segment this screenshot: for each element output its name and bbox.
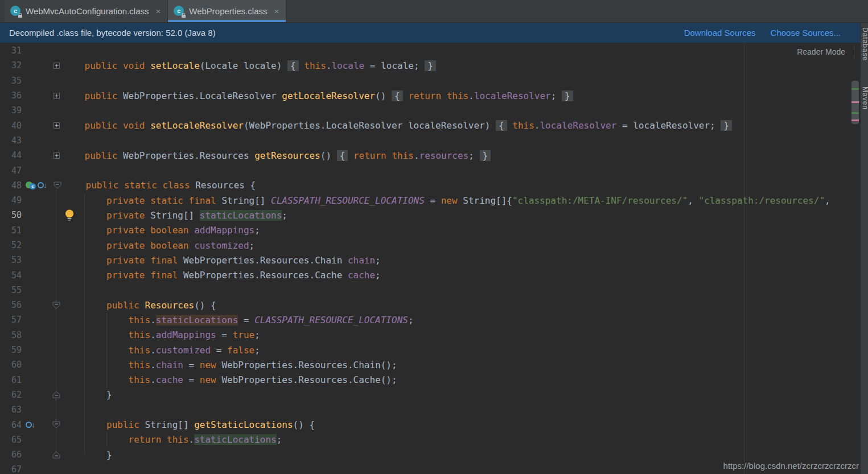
fold-marker-icon[interactable] bbox=[50, 421, 63, 428]
fold-marker-icon[interactable] bbox=[50, 302, 63, 309]
download-sources-link[interactable]: Download Sources bbox=[684, 28, 756, 38]
code-text[interactable]: this.chain = new WebProperties.Resources… bbox=[63, 360, 860, 370]
lock-badge-icon bbox=[18, 13, 22, 18]
code-text[interactable]: this.staticLocations = CLASSPATH_RESOURC… bbox=[63, 315, 860, 325]
code-line[interactable]: 55 bbox=[0, 283, 860, 298]
gutter-icons: ↓ bbox=[24, 421, 50, 430]
line-number: 32 bbox=[0, 60, 24, 71]
line-number: 62 bbox=[0, 390, 24, 400]
code-line[interactable]: 65 return this.staticLocations; bbox=[0, 432, 860, 447]
tool-window-button-database[interactable]: Database bbox=[861, 27, 868, 61]
code-text[interactable]: private final WebProperties.Resources.Ch… bbox=[63, 255, 860, 266]
code-text[interactable]: public static class Resources { bbox=[64, 180, 860, 191]
banner-message: Decompiled .class file, bytecode version… bbox=[9, 28, 684, 38]
code-editor[interactable]: 3132 public void setLocale(Locale locale… bbox=[0, 43, 860, 474]
choose-sources-link[interactable]: Choose Sources... bbox=[771, 28, 841, 38]
fold-marker-icon[interactable] bbox=[50, 391, 63, 398]
line-number: 61 bbox=[0, 375, 24, 385]
code-line[interactable]: 61 this.cache = new WebProperties.Resour… bbox=[0, 373, 860, 388]
right-tool-window-bar: Database Maven bbox=[860, 23, 868, 474]
line-number: 48 bbox=[0, 180, 24, 191]
code-line[interactable]: 35 bbox=[0, 73, 860, 88]
tool-window-button-maven[interactable]: Maven bbox=[861, 86, 868, 110]
code-lines: 3132 public void setLocale(Locale locale… bbox=[0, 43, 860, 474]
code-line[interactable]: 56 public Resources() { bbox=[0, 298, 860, 312]
line-number: 63 bbox=[0, 405, 24, 415]
lock-badge-icon bbox=[182, 13, 186, 18]
overridden-marker-icon[interactable]: ↓ bbox=[38, 181, 51, 190]
intention-bulb-icon[interactable] bbox=[65, 209, 74, 221]
line-number: 55 bbox=[0, 285, 24, 295]
code-line[interactable]: 36 public WebProperties.LocaleResolver g… bbox=[0, 88, 860, 103]
code-line[interactable]: 50 private String[] staticLocations; bbox=[0, 208, 860, 222]
code-line[interactable]: 63 bbox=[0, 402, 860, 417]
class-file-icon: c bbox=[10, 6, 21, 17]
scroll-mark-pink bbox=[851, 101, 859, 103]
line-number: 54 bbox=[0, 270, 24, 281]
code-text[interactable]: private boolean customized; bbox=[63, 240, 860, 251]
code-text[interactable]: private static final String[] CLASSPATH_… bbox=[63, 195, 860, 206]
code-line[interactable]: 54 private final WebProperties.Resources… bbox=[0, 267, 860, 282]
code-line[interactable]: 64↓ public String[] getStaticLocations()… bbox=[0, 417, 860, 432]
code-text[interactable]: } bbox=[63, 450, 860, 460]
code-text[interactable]: private String[] staticLocations; bbox=[63, 210, 860, 221]
code-line[interactable]: 31 bbox=[0, 43, 860, 58]
code-text[interactable]: } bbox=[63, 389, 860, 400]
line-number: 53 bbox=[0, 255, 24, 265]
code-line[interactable]: 47 bbox=[0, 163, 860, 178]
scroll-mark-green bbox=[851, 88, 859, 90]
fold-marker-icon[interactable] bbox=[50, 122, 63, 129]
code-line[interactable]: 62 } bbox=[0, 388, 860, 402]
code-line[interactable]: 39 bbox=[0, 103, 860, 118]
line-number: 65 bbox=[0, 435, 24, 445]
fold-marker-icon[interactable] bbox=[50, 63, 63, 69]
fold-marker-icon[interactable] bbox=[50, 93, 63, 99]
line-number: 66 bbox=[0, 450, 24, 460]
code-line[interactable]: 58 this.addMappings = true; bbox=[0, 328, 860, 343]
scroll-mark-pink bbox=[851, 119, 859, 121]
tab-close-icon[interactable]: × bbox=[156, 6, 161, 16]
code-line[interactable]: 53 private final WebProperties.Resources… bbox=[0, 253, 860, 267]
code-line[interactable]: 66 } bbox=[0, 447, 860, 462]
code-line[interactable]: 52 private boolean customized; bbox=[0, 238, 860, 253]
code-text[interactable]: this.addMappings = true; bbox=[63, 329, 860, 340]
fold-marker-icon[interactable] bbox=[50, 451, 63, 459]
code-line[interactable]: 40 public void setLocaleResolver(WebProp… bbox=[0, 118, 860, 133]
code-line[interactable]: 49 private static final String[] CLASSPA… bbox=[0, 193, 860, 208]
tab-label: WebProperties.class bbox=[189, 6, 267, 16]
code-line[interactable]: 48c↓ public static class Resources { bbox=[0, 178, 860, 193]
code-line[interactable]: 57 this.staticLocations = CLASSPATH_RESO… bbox=[0, 312, 860, 327]
fold-marker-icon[interactable] bbox=[50, 152, 63, 159]
line-number: 44 bbox=[0, 150, 24, 160]
code-line[interactable]: 44 public WebProperties.Resources getRes… bbox=[0, 148, 860, 163]
code-text[interactable]: this.cache = new WebProperties.Resources… bbox=[63, 374, 860, 385]
editor-scrollbar[interactable] bbox=[851, 43, 859, 474]
code-text[interactable]: this.customized = false; bbox=[63, 345, 860, 356]
code-text[interactable]: private final WebProperties.Resources.Ca… bbox=[63, 270, 860, 281]
editor-tab[interactable]: cWebProperties.class× bbox=[168, 0, 286, 22]
code-line[interactable]: 32 public void setLocale(Locale locale) … bbox=[0, 58, 860, 73]
code-line[interactable]: 51 private boolean addMappings; bbox=[0, 223, 860, 238]
code-text[interactable]: return this.staticLocations; bbox=[63, 434, 860, 445]
code-text[interactable]: public void setLocaleResolver(WebPropert… bbox=[63, 120, 860, 131]
line-number: 43 bbox=[0, 135, 24, 146]
overridden-marker-icon[interactable]: ↓ bbox=[26, 421, 39, 430]
code-text[interactable]: public String[] getStaticLocations() { bbox=[63, 419, 860, 430]
line-number: 50 bbox=[0, 210, 24, 220]
tab-label: WebMvcAutoConfiguration.class bbox=[26, 6, 149, 16]
line-number: 57 bbox=[0, 315, 24, 325]
code-text[interactable]: public WebProperties.Resources getResour… bbox=[63, 150, 860, 161]
code-text[interactable]: public void setLocale(Locale locale) { t… bbox=[63, 60, 860, 71]
editor-tab[interactable]: cWebMvcAutoConfiguration.class× bbox=[5, 0, 168, 22]
code-text[interactable]: public WebProperties.LocaleResolver getL… bbox=[63, 90, 860, 101]
line-number: 67 bbox=[0, 464, 24, 474]
line-number: 60 bbox=[0, 360, 24, 370]
tab-close-icon[interactable]: × bbox=[274, 6, 279, 16]
code-line[interactable]: 43 bbox=[0, 133, 860, 148]
code-line[interactable]: 59 this.customized = false; bbox=[0, 343, 860, 357]
code-text[interactable]: public Resources() { bbox=[63, 300, 860, 311]
fold-marker-icon[interactable] bbox=[51, 182, 64, 189]
code-text[interactable]: private boolean addMappings; bbox=[63, 225, 860, 236]
reader-mode-toggle[interactable]: Reader Mode bbox=[797, 47, 845, 56]
code-line[interactable]: 60 this.chain = new WebProperties.Resour… bbox=[0, 357, 860, 372]
